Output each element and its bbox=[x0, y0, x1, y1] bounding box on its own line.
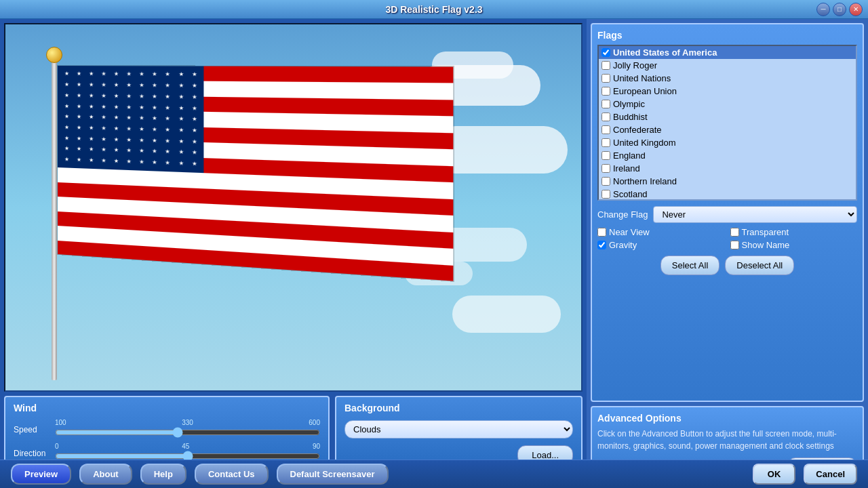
star: ★ bbox=[98, 123, 111, 134]
flag-name: United Nations bbox=[613, 73, 671, 83]
list-item[interactable]: United Nations bbox=[599, 72, 856, 85]
transparent-option: Transparent bbox=[730, 227, 858, 237]
about-button[interactable]: About bbox=[79, 464, 132, 485]
speed-slider[interactable] bbox=[55, 427, 320, 438]
star: ★ bbox=[123, 156, 136, 167]
list-item[interactable]: Olympic bbox=[599, 98, 856, 110]
star: ★ bbox=[174, 158, 188, 169]
star: ★ bbox=[110, 134, 123, 145]
close-button[interactable]: ✕ bbox=[849, 3, 863, 16]
select-all-button[interactable]: Select All bbox=[660, 256, 719, 275]
list-item[interactable]: Ireland bbox=[599, 162, 856, 175]
flag-checkbox[interactable] bbox=[601, 74, 610, 83]
deselect-all-button[interactable]: Deselect All bbox=[725, 256, 794, 275]
list-item[interactable]: Jolly Roger bbox=[599, 59, 856, 72]
gravity-label: Gravity bbox=[609, 240, 637, 250]
star: ★ bbox=[73, 122, 85, 133]
star: ★ bbox=[98, 112, 111, 123]
flag-name: European Union bbox=[613, 86, 677, 96]
star: ★ bbox=[161, 157, 174, 169]
list-item[interactable]: Confederate bbox=[599, 123, 856, 136]
star: ★ bbox=[60, 79, 73, 90]
show-name-checkbox[interactable] bbox=[730, 241, 739, 249]
flags-list[interactable]: United States of America Jolly Roger Uni… bbox=[597, 45, 857, 201]
default-screensaver-button[interactable]: Default Screensaver bbox=[277, 464, 389, 485]
star: ★ bbox=[85, 133, 97, 144]
list-item[interactable]: Northern Ireland bbox=[599, 175, 856, 188]
star: ★ bbox=[123, 113, 136, 124]
star: ★ bbox=[85, 123, 97, 134]
us-flag: ★★★★★★★★★★★ ★★★★★★★★★★★ ★★★★★★★★★★★ ★★★★… bbox=[57, 65, 454, 282]
list-item[interactable]: United States of America bbox=[599, 46, 856, 59]
flag-checkbox[interactable] bbox=[601, 125, 610, 134]
left-panel: ★★★★★★★★★★★ ★★★★★★★★★★★ ★★★★★★★★★★★ ★★★★… bbox=[0, 19, 587, 488]
flag-checkbox[interactable] bbox=[601, 177, 610, 186]
flags-title: Flags bbox=[597, 30, 857, 41]
star: ★ bbox=[98, 90, 111, 101]
flag-name: England bbox=[613, 150, 646, 161]
star: ★ bbox=[85, 112, 97, 123]
star: ★ bbox=[123, 68, 136, 79]
star: ★ bbox=[136, 123, 149, 135]
star: ★ bbox=[110, 155, 123, 167]
flag-checkbox[interactable] bbox=[601, 151, 610, 160]
flag-checkbox[interactable] bbox=[601, 190, 610, 199]
star: ★ bbox=[60, 111, 73, 122]
cancel-button[interactable]: Cancel bbox=[804, 464, 857, 485]
background-title: Background bbox=[344, 403, 573, 413]
flag-name: Confederate bbox=[613, 125, 662, 135]
change-flag-select[interactable]: Never Every 5 min Every 10 min Every 30 … bbox=[653, 206, 857, 223]
flag-checkbox[interactable] bbox=[601, 48, 610, 57]
direction-marks: 0 45 90 bbox=[55, 443, 320, 450]
advanced-title: Advanced Options bbox=[597, 413, 857, 424]
star: ★ bbox=[98, 101, 111, 112]
star: ★ bbox=[161, 135, 174, 146]
contact-us-button[interactable]: Contact Us bbox=[195, 464, 269, 485]
flag-preview: ★★★★★★★★★★★ ★★★★★★★★★★★ ★★★★★★★★★★★ ★★★★… bbox=[4, 23, 583, 392]
star: ★ bbox=[73, 79, 85, 90]
star: ★ bbox=[188, 92, 201, 103]
flag-checkbox[interactable] bbox=[601, 138, 610, 147]
star: ★ bbox=[73, 111, 85, 122]
preview-button[interactable]: Preview bbox=[11, 464, 71, 485]
list-item[interactable]: Buddhist bbox=[599, 110, 856, 123]
help-button[interactable]: Help bbox=[140, 464, 186, 485]
flag-name: Jolly Roger bbox=[613, 60, 657, 70]
flag-checkbox[interactable] bbox=[601, 87, 610, 96]
star: ★ bbox=[60, 122, 73, 133]
star: ★ bbox=[98, 144, 111, 156]
star: ★ bbox=[149, 91, 161, 102]
star: ★ bbox=[161, 69, 174, 80]
flag-checkbox[interactable] bbox=[601, 100, 610, 108]
list-item[interactable]: Scotland bbox=[599, 188, 856, 201]
star: ★ bbox=[174, 124, 188, 136]
gravity-checkbox[interactable] bbox=[597, 241, 606, 249]
star: ★ bbox=[73, 90, 85, 101]
star: ★ bbox=[110, 144, 123, 156]
flags-section: Flags United States of America Jolly Rog… bbox=[591, 23, 864, 402]
direction-min: 0 bbox=[55, 443, 59, 450]
maximize-button[interactable]: □ bbox=[833, 3, 846, 16]
flag-pole bbox=[52, 55, 57, 380]
star: ★ bbox=[136, 68, 149, 79]
footer: Preview About Help Contact Us Default Sc… bbox=[0, 460, 868, 488]
flag-name: Ireland bbox=[613, 163, 640, 174]
list-item[interactable]: United Kingdom bbox=[599, 136, 856, 149]
star: ★ bbox=[123, 134, 136, 146]
star: ★ bbox=[149, 157, 161, 168]
star: ★ bbox=[174, 69, 188, 80]
change-flag-row: Change Flag Never Every 5 min Every 10 m… bbox=[597, 206, 857, 223]
flag-checkbox[interactable] bbox=[601, 113, 610, 121]
transparent-checkbox[interactable] bbox=[730, 228, 739, 237]
flag-checkbox[interactable] bbox=[601, 164, 610, 173]
star: ★ bbox=[85, 68, 97, 79]
background-select[interactable]: Clouds Blue Sky Sunset Night Custom bbox=[344, 420, 573, 439]
near-view-checkbox[interactable] bbox=[597, 228, 606, 237]
list-item[interactable]: England bbox=[599, 149, 856, 162]
minimize-button[interactable]: ─ bbox=[816, 3, 830, 16]
flag-checkbox[interactable] bbox=[601, 61, 610, 70]
star: ★ bbox=[161, 102, 174, 113]
speed-min: 100 bbox=[55, 419, 66, 426]
ok-button[interactable]: OK bbox=[753, 464, 796, 485]
list-item[interactable]: European Union bbox=[599, 85, 856, 98]
